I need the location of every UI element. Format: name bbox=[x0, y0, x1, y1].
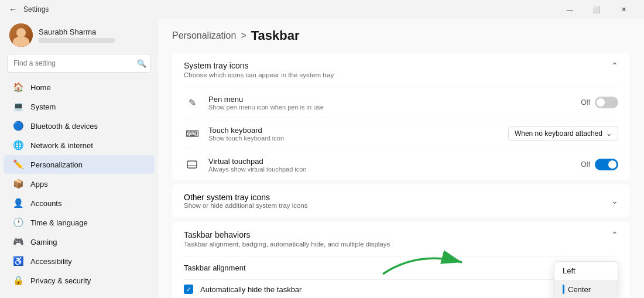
taskbar-behaviors-chevron[interactable]: ⌃ bbox=[611, 230, 618, 239]
sidebar-label-home: Home bbox=[30, 83, 51, 92]
taskbar-behaviors-subtitle: Taskbar alignment, badging, automaticall… bbox=[184, 241, 390, 248]
breadcrumb-current: Taskbar bbox=[251, 28, 300, 43]
pen-menu-subtitle: Show pen menu icon when pen is in use bbox=[208, 104, 573, 111]
user-email bbox=[39, 38, 115, 43]
time-icon: 🕐 bbox=[13, 217, 23, 228]
bluetooth-icon: 🔵 bbox=[13, 121, 23, 131]
touch-keyboard-title: Touch keyboard bbox=[208, 126, 500, 135]
other-tray-header-text: Other system tray icons Show or hide add… bbox=[184, 193, 308, 209]
virtual-touchpad-text: Virtual touchpad Always show virtual tou… bbox=[208, 157, 573, 173]
alignment-dropdown-popup[interactable]: Left Center bbox=[554, 261, 618, 298]
minimize-button[interactable]: — bbox=[556, 0, 583, 19]
taskbar-alignment-row: Taskbar alignment Left Center bbox=[172, 256, 630, 279]
avatar[interactable] bbox=[9, 23, 33, 47]
accessibility-icon: ♿ bbox=[13, 256, 23, 266]
auto-hide-checkbox[interactable] bbox=[184, 285, 193, 294]
touch-keyboard-dropdown-value: When no keyboard attached bbox=[515, 129, 602, 138]
system-tray-chevron[interactable]: ⌃ bbox=[611, 61, 618, 70]
avatar-image bbox=[9, 23, 33, 47]
sidebar-item-accounts[interactable]: 👤 Accounts bbox=[4, 194, 155, 213]
personalization-icon: ✏️ bbox=[13, 159, 23, 170]
alignment-center-label: Center bbox=[568, 285, 591, 294]
user-section: Saurabh Sharma bbox=[0, 19, 158, 54]
sidebar-item-accessibility[interactable]: ♿ Accessibility bbox=[4, 252, 155, 270]
virtual-touchpad-row: Virtual touchpad Always show virtual tou… bbox=[172, 149, 630, 180]
privacy-icon: 🔒 bbox=[13, 275, 23, 286]
touch-keyboard-subtitle: Show touch keyboard icon bbox=[208, 135, 500, 142]
virtual-touchpad-subtitle: Always show virtual touchpad icon bbox=[208, 166, 573, 173]
close-button[interactable]: ✕ bbox=[610, 0, 637, 19]
alignment-option-left[interactable]: Left bbox=[554, 262, 618, 280]
taskbar-behaviors-header-text: Taskbar behaviors Taskbar alignment, bad… bbox=[184, 230, 390, 248]
other-tray-header: Other system tray icons Show or hide add… bbox=[172, 184, 630, 217]
pen-menu-title: Pen menu bbox=[208, 95, 573, 104]
pen-menu-toggle-label: Off bbox=[581, 98, 590, 107]
taskbar-behaviors-card: Taskbar behaviors Taskbar alignment, bad… bbox=[172, 222, 630, 298]
touch-keyboard-dropdown-arrow: ⌄ bbox=[606, 129, 612, 138]
other-tray-title: Other system tray icons bbox=[184, 193, 308, 202]
system-tray-title: System tray icons bbox=[184, 61, 334, 70]
breadcrumb-parent[interactable]: Personalization bbox=[172, 30, 236, 41]
sidebar-label-personalization: Personalization bbox=[30, 160, 83, 169]
auto-hide-label: Automatically hide the taskbar bbox=[200, 285, 302, 294]
titlebar-left: ← Settings bbox=[7, 4, 49, 15]
pen-menu-toggle[interactable] bbox=[595, 97, 618, 108]
taskbar-alignment-label: Taskbar alignment bbox=[184, 263, 618, 272]
touch-keyboard-dropdown[interactable]: When no keyboard attached ⌄ bbox=[508, 126, 618, 141]
search-input[interactable] bbox=[7, 54, 151, 73]
user-info: Saurabh Sharma bbox=[39, 28, 115, 43]
breadcrumb-separator: > bbox=[241, 30, 246, 41]
touch-keyboard-text: Touch keyboard Show touch keyboard icon bbox=[208, 126, 500, 142]
network-icon: 🌐 bbox=[13, 140, 23, 150]
user-name: Saurabh Sharma bbox=[39, 28, 115, 36]
main-layout: Saurabh Sharma 🔍 🏠 Home 💻 System 🔵 Bluet… bbox=[0, 19, 644, 298]
titlebar: ← Settings — ⬜ ✕ bbox=[0, 0, 644, 19]
sidebar-item-windows_update[interactable]: 🔄 Windows Update bbox=[4, 290, 155, 293]
other-tray-chevron[interactable]: ⌄ bbox=[611, 196, 618, 205]
system-tray-header-text: System tray icons Choose which icons can… bbox=[184, 61, 334, 78]
taskbar-behaviors-title: Taskbar behaviors bbox=[184, 230, 390, 239]
sidebar-item-home[interactable]: 🏠 Home bbox=[4, 78, 155, 97]
virtual-touchpad-toggle-wrap: Off bbox=[581, 159, 618, 170]
sidebar-item-system[interactable]: 💻 System bbox=[4, 97, 155, 116]
virtual-touchpad-toggle[interactable] bbox=[595, 159, 618, 170]
alignment-option-center[interactable]: Center bbox=[554, 280, 618, 298]
pen-menu-text: Pen menu Show pen menu icon when pen is … bbox=[208, 95, 573, 111]
sidebar-label-system: System bbox=[30, 102, 56, 111]
system-tray-subtitle: Choose which icons can appear in the sys… bbox=[184, 71, 334, 78]
sidebar-label-gaming: Gaming bbox=[30, 238, 57, 246]
sidebar-label-time: Time & language bbox=[30, 218, 88, 227]
sidebar-label-bluetooth: Bluetooth & devices bbox=[30, 122, 98, 131]
system-tray-card: System tray icons Choose which icons can… bbox=[172, 53, 630, 180]
titlebar-controls: — ⬜ ✕ bbox=[556, 0, 637, 19]
sidebar-item-network[interactable]: 🌐 Network & internet bbox=[4, 136, 155, 155]
sidebar-item-bluetooth[interactable]: 🔵 Bluetooth & devices bbox=[4, 117, 155, 135]
sidebar-item-gaming[interactable]: 🎮 Gaming bbox=[4, 232, 155, 251]
sidebar-label-apps: Apps bbox=[30, 180, 48, 189]
sidebar-label-accounts: Accounts bbox=[30, 199, 61, 208]
virtual-touchpad-icon bbox=[184, 156, 200, 173]
other-tray-subtitle: Show or hide additional system tray icon… bbox=[184, 202, 308, 209]
search-icon: 🔍 bbox=[137, 59, 146, 68]
sidebar: Saurabh Sharma 🔍 🏠 Home 💻 System 🔵 Bluet… bbox=[0, 19, 158, 298]
apps-icon: 📦 bbox=[13, 179, 23, 189]
system-tray-card-header: System tray icons Choose which icons can… bbox=[172, 53, 630, 87]
sidebar-item-time[interactable]: 🕐 Time & language bbox=[4, 213, 155, 232]
content-area: Personalization > Taskbar System tray ic… bbox=[158, 19, 644, 298]
nav-items: 🏠 Home 💻 System 🔵 Bluetooth & devices 🌐 … bbox=[0, 77, 158, 293]
sidebar-item-apps[interactable]: 📦 Apps bbox=[4, 174, 155, 193]
system-icon: 💻 bbox=[13, 101, 23, 112]
search-box: 🔍 bbox=[7, 54, 151, 73]
sidebar-label-privacy: Privacy & security bbox=[30, 276, 91, 285]
back-button[interactable]: ← bbox=[7, 4, 19, 15]
pen-menu-row: ✎ Pen menu Show pen menu icon when pen i… bbox=[172, 87, 630, 118]
breadcrumb: Personalization > Taskbar bbox=[172, 28, 630, 43]
virtual-touchpad-toggle-label: Off bbox=[581, 160, 590, 169]
other-tray-card: Other system tray icons Show or hide add… bbox=[172, 184, 630, 217]
sidebar-label-accessibility: Accessibility bbox=[30, 257, 72, 266]
taskbar-behaviors-header: Taskbar behaviors Taskbar alignment, bad… bbox=[172, 222, 630, 256]
sidebar-item-privacy[interactable]: 🔒 Privacy & security bbox=[4, 271, 155, 290]
pen-menu-toggle-wrap: Off bbox=[581, 97, 618, 108]
sidebar-item-personalization[interactable]: ✏️ Personalization bbox=[4, 155, 155, 174]
maximize-button[interactable]: ⬜ bbox=[583, 0, 610, 19]
